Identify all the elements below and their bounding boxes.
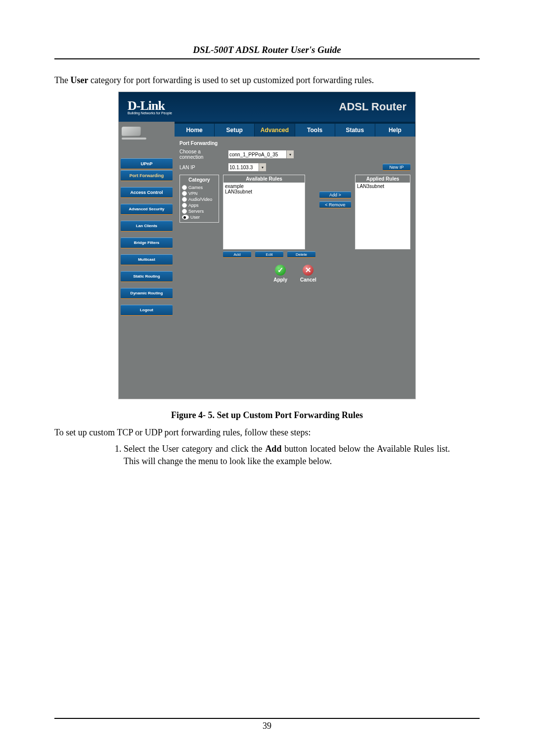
sidebar-item-logout[interactable]: Logout [121,305,173,316]
tab-advanced[interactable]: Advanced [255,124,295,137]
available-rules-box: Available Rules example LAN3subnet [223,175,305,249]
sidebar-item-dynamic-routing[interactable]: Dynamic Routing [121,288,173,299]
page-footer: 39 [54,718,480,731]
applied-rules-list[interactable]: LAN3subnet [356,183,410,249]
category-option-user[interactable]: User [182,214,217,220]
cancel-icon[interactable]: ✕ [303,265,313,276]
brand-subtext: Building Networks for People [128,111,172,115]
section-title: Port Forwarding [179,141,410,146]
category-box: Category Games VPN Audio/Video Apps Serv… [179,175,219,223]
intro-post: category for port forwarding is used to … [88,75,374,85]
page-number: 39 [54,721,480,731]
step1-a: Select the User category and click the [124,444,265,454]
applied-rule-item[interactable]: LAN3subnet [357,184,408,189]
tab-home[interactable]: Home [175,124,215,137]
rule-delete-button[interactable]: Delete [287,251,315,258]
transfer-remove-button[interactable]: < Remove [319,201,351,208]
brand-logo: D-Link Building Networks for People [128,99,172,115]
router-header: D-Link Building Networks for People ADSL… [119,92,415,122]
rule-add-button[interactable]: Add [223,251,251,258]
available-rule-item[interactable]: LAN3subnet [225,189,303,194]
cancel-label: Cancel [300,277,316,283]
sidebar-item-bridge-filters[interactable]: Bridge Filters [121,237,173,248]
steps-list: Select the User category and click the A… [104,443,450,467]
lan-ip-label: LAN IP [179,165,225,170]
brand-text: D-Link [128,99,172,112]
applied-rules-header: Applied Rules [356,175,410,183]
sidebar-item-multicast[interactable]: Multicast [121,254,173,265]
decorative-bar-icon [122,138,146,140]
chevron-down-icon: ▾ [286,150,294,158]
chevron-down-icon: ▾ [259,163,266,171]
category-option-servers[interactable]: Servers [182,208,217,214]
category-option-vpn[interactable]: VPN [182,190,217,196]
sidebar-item-static-routing[interactable]: Static Routing [121,271,173,282]
new-ip-button[interactable]: New IP [383,164,410,171]
steps-intro: To set up custom TCP or UDP port forward… [54,426,480,439]
transfer-add-button[interactable]: Add > [319,191,351,198]
header-rule [54,58,480,59]
tab-setup[interactable]: Setup [215,124,255,137]
doc-header: DSL-500T ADSL Router User's Guide [54,45,480,55]
category-option-apps[interactable]: Apps [182,202,217,208]
connection-value: conn_1_PPPoA_0_35 [229,152,278,157]
intro-bold: User [70,75,88,85]
step1-bold: Add [265,444,281,454]
step-1: Select the User category and click the A… [124,443,450,467]
connection-label: Choose a connection [179,149,225,160]
apply-label: Apply [273,277,287,283]
rule-edit-button[interactable]: Edit [255,251,283,258]
tab-help[interactable]: Help [375,124,415,137]
apply-icon[interactable]: ✓ [275,265,286,276]
tab-status[interactable]: Status [335,124,375,137]
router-title: ADSL Router [339,100,407,113]
sidebar-item-upnp[interactable]: UPnP [121,158,173,169]
applied-rules-box: Applied Rules LAN3subnet [355,175,410,249]
available-rule-item[interactable]: example [225,184,303,189]
intro-text: The User category for port forwarding is… [54,74,480,87]
category-option-games[interactable]: Games [182,185,217,190]
category-header: Category [180,176,219,184]
sidebar-item-access-control[interactable]: Access Control [121,187,173,198]
available-rules-list[interactable]: example LAN3subnet [223,183,305,249]
lan-ip-value: 10.1.103.3 [229,165,253,170]
available-rules-header: Available Rules [223,175,305,183]
lan-ip-select[interactable]: 10.1.103.3 ▾ [228,163,267,172]
sidebar-item-port-forwarding[interactable]: Port Forwarding [121,170,173,181]
intro-pre: The [54,75,70,85]
decorative-slot-icon [122,127,141,137]
category-option-audio-video[interactable]: Audio/Video [182,196,217,202]
tab-row: Home Setup Advanced Tools Status Help [175,124,415,137]
connection-select[interactable]: conn_1_PPPoA_0_35 ▾ [228,150,294,159]
router-main: Home Setup Advanced Tools Status Help Po… [175,122,415,399]
router-sidebar: UPnP Port Forwarding Access Control Adva… [119,122,175,399]
sidebar-item-advanced-security[interactable]: Advanced Security [121,204,173,215]
router-screenshot: D-Link Building Networks for People ADSL… [118,92,416,399]
sidebar-item-lan-clients[interactable]: Lan Clients [121,221,173,232]
figure-caption: Figure 4- 5. Set up Custom Port Forwardi… [54,410,480,421]
tab-tools[interactable]: Tools [295,124,335,137]
